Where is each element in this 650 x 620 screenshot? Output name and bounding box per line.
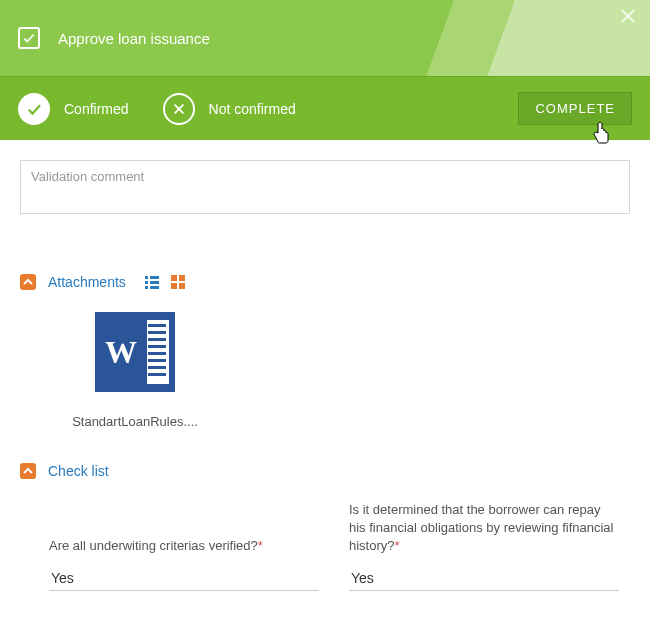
svg-rect-4 — [145, 276, 148, 279]
list-view-icon — [144, 274, 160, 290]
check-icon — [22, 31, 36, 45]
view-list-button[interactable] — [144, 274, 160, 290]
word-file-icon: W — [95, 312, 175, 392]
svg-rect-8 — [145, 286, 148, 289]
svg-rect-13 — [179, 283, 185, 289]
close-button[interactable] — [620, 8, 636, 24]
checklist-item: Are all underwiting criterias verified?* — [49, 501, 319, 591]
status-bar: Confirmed Not confirmed COMPLETE — [0, 76, 650, 140]
status-confirmed-circle — [18, 93, 50, 125]
x-icon — [172, 102, 186, 116]
checklist-header: Check list — [20, 463, 630, 479]
status-confirmed[interactable]: Confirmed — [18, 93, 129, 125]
checklist-item-value[interactable] — [349, 566, 619, 591]
chevron-up-icon — [23, 277, 33, 287]
attachments-collapse-toggle[interactable] — [20, 274, 36, 290]
checklist-item: Is it determined that the borrower can r… — [349, 501, 619, 591]
chevron-up-icon — [23, 466, 33, 476]
checklist-item-text: Are all underwiting criterias verified? — [49, 538, 258, 553]
attachment-item[interactable]: W StandartLoanRules.... — [60, 312, 210, 429]
status-not-confirmed-circle — [163, 93, 195, 125]
page-title: Approve loan issuance — [58, 30, 210, 47]
svg-rect-9 — [150, 286, 159, 289]
close-icon — [620, 8, 636, 24]
required-marker: * — [258, 538, 263, 553]
svg-rect-10 — [171, 275, 177, 281]
task-type-icon — [18, 27, 40, 49]
complete-button[interactable]: COMPLETE — [518, 92, 632, 125]
header-bar: Approve loan issuance — [0, 0, 650, 76]
body-area: Attachments — [0, 140, 650, 620]
svg-rect-7 — [150, 281, 159, 284]
status-confirmed-label: Confirmed — [64, 101, 129, 117]
required-marker: * — [395, 538, 400, 553]
attachments-header: Attachments — [20, 274, 630, 290]
checklist-body: Are all underwiting criterias verified?*… — [20, 501, 630, 591]
checklist-item-value[interactable] — [49, 566, 319, 591]
attachments-view-toggles — [144, 274, 186, 290]
checklist-section: Check list Are all underwiting criterias… — [20, 463, 630, 591]
svg-rect-6 — [145, 281, 148, 284]
check-icon — [25, 100, 43, 118]
checklist-item-text: Is it determined that the borrower can r… — [349, 502, 613, 553]
checklist-item-label: Are all underwiting criterias verified?* — [49, 537, 319, 555]
grid-view-icon — [170, 274, 186, 290]
attachments-section: Attachments — [20, 274, 630, 429]
svg-rect-12 — [171, 283, 177, 289]
checklist-item-label: Is it determined that the borrower can r… — [349, 501, 619, 556]
svg-rect-11 — [179, 275, 185, 281]
status-not-confirmed[interactable]: Not confirmed — [163, 93, 296, 125]
validation-comment-input[interactable] — [20, 160, 630, 214]
checklist-collapse-toggle[interactable] — [20, 463, 36, 479]
svg-rect-5 — [150, 276, 159, 279]
attachment-filename: StandartLoanRules.... — [72, 414, 198, 429]
view-grid-button[interactable] — [170, 274, 186, 290]
checklist-title: Check list — [48, 463, 109, 479]
status-not-confirmed-label: Not confirmed — [209, 101, 296, 117]
attachments-title: Attachments — [48, 274, 126, 290]
